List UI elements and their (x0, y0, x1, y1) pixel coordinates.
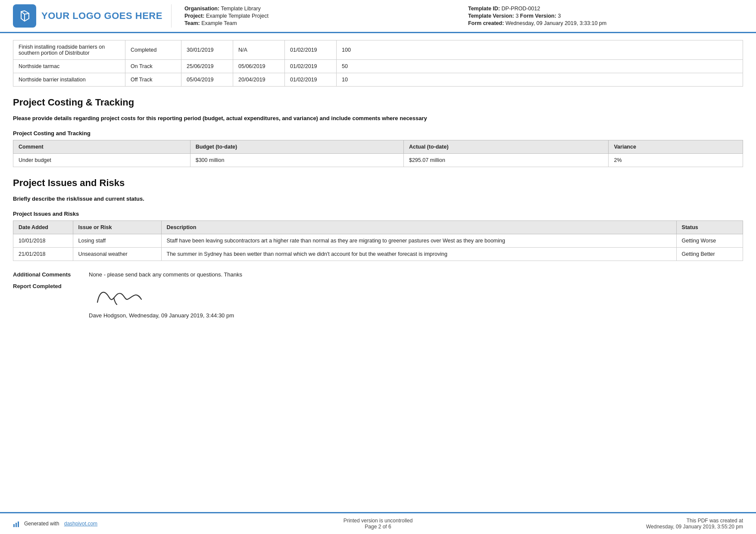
footer: Generated with dashpivot.com Printed ver… (0, 512, 756, 534)
dashpivot-link[interactable]: dashpivot.com (64, 521, 97, 527)
costing-header: Variance (609, 140, 743, 154)
signature-image (89, 283, 149, 309)
organisation-line: Organisation: Template Library (184, 6, 459, 12)
costing-variance: 2% (609, 154, 743, 167)
svg-rect-0 (13, 524, 15, 527)
project-line: Project: Example Template Project (184, 13, 459, 19)
additional-comments: Additional Comments None - please send b… (13, 271, 743, 278)
task-description: Northside barrier installation (13, 73, 125, 87)
task-date3: 01/02/2019 (285, 73, 337, 87)
risk-status: Getting Better (676, 248, 743, 261)
form-created-line: Form created: Wednesday, 09 January 2019… (468, 20, 743, 26)
task-row: Finish installing roadside barriers on s… (13, 40, 743, 60)
risk-status: Getting Worse (676, 234, 743, 248)
costing-budget: $300 million (190, 154, 403, 167)
risks-header: Status (676, 221, 743, 234)
footer-right-line1: This PDF was created at (500, 518, 743, 524)
risks-header: Date Added (13, 221, 73, 234)
task-value: 100 (337, 40, 743, 60)
task-status: On Track (125, 60, 181, 73)
risks-table: Date AddedIssue or RiskDescriptionStatus… (13, 220, 743, 261)
task-date1: 30/01/2019 (181, 40, 233, 60)
task-row: Northside barrier installation Off Track… (13, 73, 743, 87)
main-content: Finish installing roadside barriers on s… (0, 33, 756, 335)
footer-left: Generated with dashpivot.com (13, 520, 256, 528)
costing-row: Under budget $300 million $295.07 millio… (13, 154, 743, 167)
task-description: Northside tarmac (13, 60, 125, 73)
header-meta-right: Template ID: DP-PROD-0012 Template Versi… (468, 4, 743, 28)
footer-right-line2: Wednesday, 09 January 2019, 3:55:20 pm (500, 524, 743, 530)
footer-page-text: Page 2 of 6 (256, 524, 500, 530)
costing-table: CommentBudget (to-date)Actual (to-date)V… (13, 140, 743, 167)
team-line: Team: Example Team (184, 20, 459, 26)
risk-description: Staff have been leaving subcontractors a… (161, 234, 676, 248)
risk-issue: Losing staff (73, 234, 161, 248)
generated-text: Generated with (24, 521, 59, 527)
costing-header: Actual (to-date) (403, 140, 609, 154)
logo-icon (13, 4, 36, 28)
task-value: 10 (337, 73, 743, 87)
footer-uncontrolled-text: Printed version is uncontrolled (256, 518, 500, 524)
risks-header: Issue or Risk (73, 221, 161, 234)
risks-section-title: Project Issues and Risks (13, 177, 743, 189)
signature-area: Dave Hodgson, Wednesday, 09 January 2019… (89, 283, 234, 319)
header: YOUR LOGO GOES HERE Organisation: Templa… (0, 0, 756, 33)
task-date2: 05/06/2019 (233, 60, 285, 73)
additional-comments-value: None - please send back any comments or … (89, 271, 242, 278)
task-date2: N/A (233, 40, 285, 60)
additional-comments-label: Additional Comments (13, 271, 82, 278)
task-date2: 20/04/2019 (233, 73, 285, 87)
costing-actual: $295.07 million (403, 154, 609, 167)
task-row: Northside tarmac On Track 25/06/2019 05/… (13, 60, 743, 73)
task-value: 50 (337, 60, 743, 73)
costing-header: Comment (13, 140, 191, 154)
svg-rect-1 (16, 523, 17, 527)
risk-description: The summer in Sydney has been wetter tha… (161, 248, 676, 261)
logo-text: YOUR LOGO GOES HERE (41, 10, 162, 22)
risks-section-desc: Briefly describe the risk/issue and curr… (13, 196, 743, 202)
risks-header: Description (161, 221, 676, 234)
risk-date: 10/01/2018 (13, 234, 73, 248)
template-id-line: Template ID: DP-PROD-0012 (468, 6, 743, 12)
task-status: Completed (125, 40, 181, 60)
task-date3: 01/02/2019 (285, 40, 337, 60)
dashpivot-icon (13, 520, 21, 528)
report-completed: Report Completed Dave Hodgson, Wednesday… (13, 283, 743, 319)
footer-center: Printed version is uncontrolled Page 2 o… (256, 518, 500, 530)
costing-header: Budget (to-date) (190, 140, 403, 154)
template-version-line: Template Version: 3 Form Version: 3 (468, 13, 743, 19)
task-table: Finish installing roadside barriers on s… (13, 40, 743, 87)
task-date3: 01/02/2019 (285, 60, 337, 73)
risks-sub-label: Project Issues and Risks (13, 211, 743, 217)
logo-area: YOUR LOGO GOES HERE (13, 4, 162, 28)
task-description: Finish installing roadside barriers on s… (13, 40, 125, 60)
task-date1: 05/04/2019 (181, 73, 233, 87)
task-date1: 25/06/2019 (181, 60, 233, 73)
task-status: Off Track (125, 73, 181, 87)
header-meta-left: Organisation: Template Library Project: … (171, 4, 459, 28)
costing-section-title: Project Costing & Tracking (13, 97, 743, 108)
risk-issue: Unseasonal weather (73, 248, 161, 261)
risk-date: 21/01/2018 (13, 248, 73, 261)
svg-rect-2 (18, 522, 19, 527)
report-completed-label: Report Completed (13, 283, 82, 289)
risks-row: 21/01/2018 Unseasonal weather The summer… (13, 248, 743, 261)
risks-row: 10/01/2018 Losing staff Staff have been … (13, 234, 743, 248)
costing-comment: Under budget (13, 154, 191, 167)
report-completed-value: Dave Hodgson, Wednesday, 09 January 2019… (89, 312, 234, 319)
footer-right: This PDF was created at Wednesday, 09 Ja… (500, 518, 743, 530)
costing-section-desc: Please provide details regarding project… (13, 115, 743, 121)
costing-sub-label: Project Costing and Tracking (13, 130, 743, 137)
